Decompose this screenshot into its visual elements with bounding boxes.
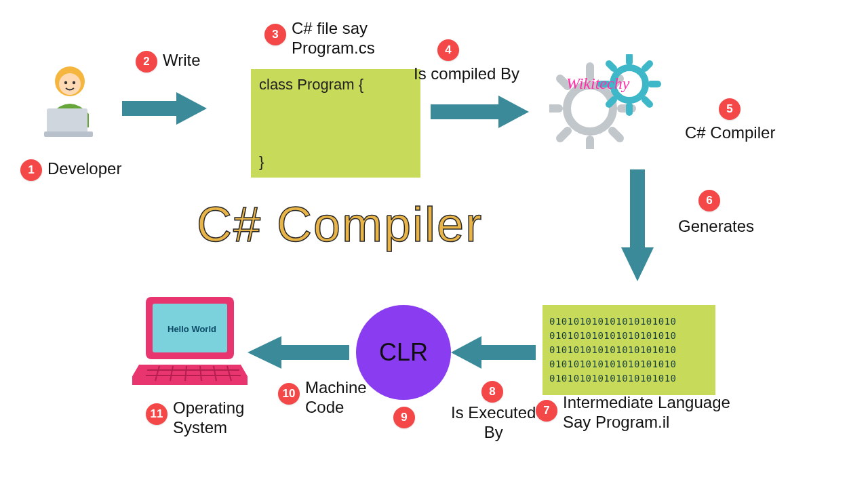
step-label-4: Is compiled By (414, 64, 519, 84)
developer-icon (31, 61, 112, 149)
step-label-11: Operating System (173, 399, 244, 438)
step-label-3: C# file say Program.cs (292, 19, 375, 58)
svg-point-2 (64, 81, 67, 84)
step-badge-7: 7 (536, 400, 557, 422)
svg-point-3 (73, 81, 75, 84)
code-file-box: class Program { } (251, 69, 420, 178)
clr-node: CLR (356, 305, 451, 400)
il-line: 010101010101010101010 (549, 314, 709, 329)
il-line: 010101010101010101010 (549, 329, 709, 343)
step-badge-8: 8 (481, 381, 503, 403)
il-code-box: 010101010101010101010 010101010101010101… (542, 305, 715, 395)
svg-point-1 (59, 73, 81, 95)
arrow-right-icon (119, 88, 214, 129)
step-badge-1: 1 (20, 159, 42, 181)
step-badge-3: 3 (264, 24, 286, 45)
svg-rect-4 (47, 108, 87, 134)
step-badge-2: 2 (136, 51, 157, 73)
step-badge-5: 5 (719, 98, 741, 120)
watermark-text: Wikitechy (566, 75, 629, 93)
arrow-right-icon (427, 92, 536, 132)
arrow-down-icon (610, 166, 665, 288)
step-label-6: Generates (678, 217, 754, 237)
step-badge-10: 10 (278, 383, 300, 405)
step-badge-11: 11 (146, 403, 167, 425)
step-badge-4: 4 (437, 39, 459, 61)
arrow-left-icon (248, 332, 353, 373)
laptop-icon (132, 291, 248, 400)
clr-label: CLR (379, 338, 428, 367)
il-line: 010101010101010101010 (549, 371, 709, 386)
il-line: 010101010101010101010 (549, 357, 709, 371)
svg-rect-5 (44, 131, 93, 137)
screen-output-text: Hello World (167, 324, 216, 334)
step-label-1: Developer (47, 159, 121, 179)
diagram-title: C# Compiler (197, 197, 483, 252)
step-badge-9: 9 (393, 407, 415, 428)
step-label-5: C# Compiler (685, 123, 775, 143)
step-label-7: Intermediate Language Say Program.il (563, 393, 730, 432)
step-badge-6: 6 (698, 190, 720, 211)
arrow-left-icon (451, 332, 539, 373)
gears-icon (549, 54, 665, 149)
code-open-line: class Program { (259, 76, 412, 94)
step-label-2: Write (163, 51, 201, 70)
step-label-8: Is Executed By (451, 403, 536, 443)
step-label-10: Machine Code (305, 378, 367, 418)
code-close-line: } (259, 153, 412, 171)
il-line: 010101010101010101010 (549, 343, 709, 357)
